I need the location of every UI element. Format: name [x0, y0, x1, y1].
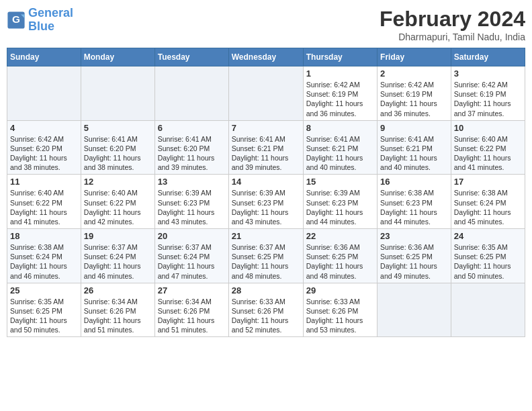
calendar-table: SundayMondayTuesdayWednesdayThursdayFrid… — [7, 48, 525, 337]
calendar-cell: 5Sunrise: 6:41 AM Sunset: 6:20 PM Daylig… — [81, 120, 154, 175]
day-info: Sunrise: 6:35 AM Sunset: 6:25 PM Dayligh… — [454, 242, 522, 281]
day-info: Sunrise: 6:41 AM Sunset: 6:20 PM Dayligh… — [158, 134, 226, 173]
calendar-cell: 2Sunrise: 6:42 AM Sunset: 6:19 PM Daylig… — [378, 66, 451, 121]
calendar-week-row: 25Sunrise: 6:35 AM Sunset: 6:25 PM Dayli… — [7, 283, 525, 337]
day-info: Sunrise: 6:37 AM Sunset: 6:24 PM Dayligh… — [158, 242, 226, 281]
logo-text: General Blue — [28, 7, 73, 34]
day-number: 3 — [454, 68, 522, 79]
calendar-cell: 28Sunrise: 6:33 AM Sunset: 6:26 PM Dayli… — [228, 283, 303, 337]
day-info: Sunrise: 6:40 AM Sunset: 6:22 PM Dayligh… — [84, 188, 152, 226]
day-number: 15 — [306, 177, 374, 187]
day-info: Sunrise: 6:36 AM Sunset: 6:25 PM Dayligh… — [306, 242, 374, 281]
day-number: 2 — [380, 68, 448, 79]
day-info: Sunrise: 6:38 AM Sunset: 6:23 PM Dayligh… — [380, 188, 448, 226]
day-number: 24 — [454, 231, 522, 241]
day-header: Monday — [81, 48, 154, 66]
calendar-header-row: SundayMondayTuesdayWednesdayThursdayFrid… — [7, 48, 525, 66]
calendar-cell: 17Sunrise: 6:38 AM Sunset: 6:24 PM Dayli… — [451, 175, 525, 229]
calendar-cell: 27Sunrise: 6:34 AM Sunset: 6:26 PM Dayli… — [154, 283, 228, 337]
day-number: 22 — [306, 231, 374, 241]
calendar-week-row: 1Sunrise: 6:42 AM Sunset: 6:19 PM Daylig… — [7, 66, 525, 121]
day-number: 12 — [84, 177, 152, 187]
day-info: Sunrise: 6:33 AM Sunset: 6:26 PM Dayligh… — [306, 297, 374, 335]
calendar-cell: 15Sunrise: 6:39 AM Sunset: 6:23 PM Dayli… — [303, 175, 377, 229]
day-info: Sunrise: 6:41 AM Sunset: 6:21 PM Dayligh… — [380, 134, 448, 173]
day-number: 17 — [454, 177, 522, 187]
day-header: Friday — [378, 48, 451, 66]
calendar-cell: 20Sunrise: 6:37 AM Sunset: 6:24 PM Dayli… — [154, 229, 228, 283]
day-number: 11 — [10, 177, 78, 187]
calendar-week-row: 11Sunrise: 6:40 AM Sunset: 6:22 PM Dayli… — [7, 175, 525, 229]
calendar-cell: 7Sunrise: 6:41 AM Sunset: 6:21 PM Daylig… — [228, 120, 303, 175]
day-number: 16 — [380, 177, 448, 187]
calendar-cell — [81, 66, 154, 121]
calendar-cell: 18Sunrise: 6:38 AM Sunset: 6:24 PM Dayli… — [7, 229, 81, 283]
logo-line2: Blue — [28, 19, 54, 33]
page-title: February 2024 — [380, 7, 525, 32]
day-number: 10 — [454, 123, 522, 133]
day-number: 1 — [306, 68, 374, 79]
calendar-cell: 12Sunrise: 6:40 AM Sunset: 6:22 PM Dayli… — [81, 175, 154, 229]
calendar-cell: 4Sunrise: 6:42 AM Sunset: 6:20 PM Daylig… — [7, 120, 81, 175]
day-info: Sunrise: 6:34 AM Sunset: 6:26 PM Dayligh… — [158, 297, 226, 335]
day-info: Sunrise: 6:40 AM Sunset: 6:22 PM Dayligh… — [10, 188, 78, 226]
day-info: Sunrise: 6:42 AM Sunset: 6:19 PM Dayligh… — [306, 80, 374, 118]
day-number: 26 — [84, 285, 152, 295]
day-info: Sunrise: 6:34 AM Sunset: 6:26 PM Dayligh… — [84, 297, 152, 335]
day-number: 4 — [10, 123, 78, 133]
day-number: 9 — [380, 123, 448, 133]
day-number: 20 — [158, 231, 226, 241]
calendar-cell — [154, 66, 228, 121]
day-info: Sunrise: 6:39 AM Sunset: 6:23 PM Dayligh… — [306, 188, 374, 226]
calendar-cell — [378, 283, 451, 337]
calendar-cell: 26Sunrise: 6:34 AM Sunset: 6:26 PM Dayli… — [81, 283, 154, 337]
calendar-cell: 1Sunrise: 6:42 AM Sunset: 6:19 PM Daylig… — [303, 66, 377, 121]
day-number: 21 — [232, 231, 300, 241]
day-info: Sunrise: 6:38 AM Sunset: 6:24 PM Dayligh… — [10, 242, 78, 281]
day-number: 5 — [84, 123, 152, 133]
calendar-cell: 9Sunrise: 6:41 AM Sunset: 6:21 PM Daylig… — [378, 120, 451, 175]
svg-text:G: G — [12, 13, 20, 25]
day-number: 7 — [232, 123, 300, 133]
day-info: Sunrise: 6:41 AM Sunset: 6:21 PM Dayligh… — [232, 134, 300, 173]
day-header: Tuesday — [154, 48, 228, 66]
day-header: Thursday — [303, 48, 377, 66]
day-info: Sunrise: 6:39 AM Sunset: 6:23 PM Dayligh… — [158, 188, 226, 226]
day-number: 6 — [158, 123, 226, 133]
day-info: Sunrise: 6:40 AM Sunset: 6:22 PM Dayligh… — [454, 134, 522, 173]
day-info: Sunrise: 6:37 AM Sunset: 6:25 PM Dayligh… — [232, 242, 300, 281]
day-number: 25 — [10, 285, 78, 295]
logo-line1: General — [28, 6, 73, 19]
calendar-cell: 25Sunrise: 6:35 AM Sunset: 6:25 PM Dayli… — [7, 283, 81, 337]
calendar-week-row: 4Sunrise: 6:42 AM Sunset: 6:20 PM Daylig… — [7, 120, 525, 175]
calendar-cell: 10Sunrise: 6:40 AM Sunset: 6:22 PM Dayli… — [451, 120, 525, 175]
day-info: Sunrise: 6:33 AM Sunset: 6:26 PM Dayligh… — [232, 297, 300, 335]
calendar-cell — [451, 283, 525, 337]
calendar-body: 1Sunrise: 6:42 AM Sunset: 6:19 PM Daylig… — [7, 66, 525, 337]
logo: G General Blue — [7, 7, 73, 34]
logo-icon: G — [7, 11, 26, 30]
day-number: 27 — [158, 285, 226, 295]
day-info: Sunrise: 6:37 AM Sunset: 6:24 PM Dayligh… — [84, 242, 152, 281]
calendar-cell: 14Sunrise: 6:39 AM Sunset: 6:23 PM Dayli… — [228, 175, 303, 229]
day-header: Wednesday — [228, 48, 303, 66]
day-header: Saturday — [451, 48, 525, 66]
calendar-cell: 22Sunrise: 6:36 AM Sunset: 6:25 PM Dayli… — [303, 229, 377, 283]
calendar-cell: 24Sunrise: 6:35 AM Sunset: 6:25 PM Dayli… — [451, 229, 525, 283]
day-number: 14 — [232, 177, 300, 187]
day-info: Sunrise: 6:39 AM Sunset: 6:23 PM Dayligh… — [232, 188, 300, 226]
calendar-cell: 29Sunrise: 6:33 AM Sunset: 6:26 PM Dayli… — [303, 283, 377, 337]
day-number: 19 — [84, 231, 152, 241]
calendar-cell: 16Sunrise: 6:38 AM Sunset: 6:23 PM Dayli… — [378, 175, 451, 229]
day-info: Sunrise: 6:38 AM Sunset: 6:24 PM Dayligh… — [454, 188, 522, 226]
day-info: Sunrise: 6:42 AM Sunset: 6:19 PM Dayligh… — [454, 80, 522, 118]
calendar-cell — [7, 66, 81, 121]
calendar-week-row: 18Sunrise: 6:38 AM Sunset: 6:24 PM Dayli… — [7, 229, 525, 283]
calendar-cell: 13Sunrise: 6:39 AM Sunset: 6:23 PM Dayli… — [154, 175, 228, 229]
day-number: 13 — [158, 177, 226, 187]
day-number: 29 — [306, 285, 374, 295]
day-number: 18 — [10, 231, 78, 241]
calendar-cell — [228, 66, 303, 121]
calendar-cell: 11Sunrise: 6:40 AM Sunset: 6:22 PM Dayli… — [7, 175, 81, 229]
calendar-cell: 23Sunrise: 6:36 AM Sunset: 6:25 PM Dayli… — [378, 229, 451, 283]
